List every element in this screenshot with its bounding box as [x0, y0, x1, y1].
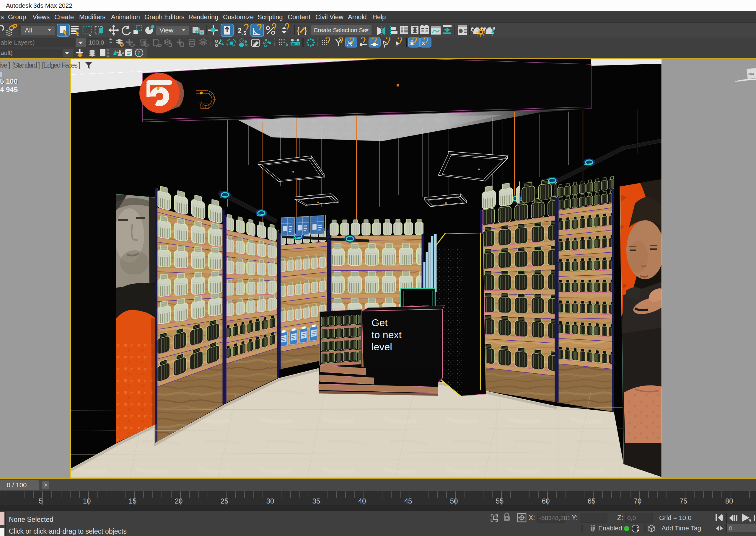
svg-text:80: 80 — [725, 497, 733, 505]
svg-text:?: ? — [137, 50, 141, 56]
svg-text:Z:: Z: — [617, 514, 623, 521]
svg-text:A: A — [285, 42, 289, 47]
svg-text:5 100: 5 100 — [0, 77, 18, 85]
svg-text:45: 45 — [404, 497, 412, 505]
svg-text:15: 15 — [129, 497, 137, 505]
svg-text:}: } — [304, 25, 307, 35]
svg-text:50: 50 — [450, 497, 458, 505]
svg-text:All: All — [25, 26, 32, 34]
svg-text:Get: Get — [371, 317, 388, 328]
svg-text:35: 35 — [312, 497, 321, 505]
svg-text:5: 5 — [39, 497, 43, 505]
svg-text:FRO: FRO — [748, 72, 754, 76]
svg-text:0,0: 0,0 — [627, 515, 636, 521]
svg-text:View: View — [159, 26, 173, 34]
svg-text:30: 30 — [266, 497, 274, 505]
svg-text:-58348,281: -58348,281 — [539, 515, 570, 521]
svg-text:75: 75 — [679, 497, 687, 505]
svg-text:{: { — [297, 25, 300, 35]
svg-text:25: 25 — [221, 497, 228, 505]
svg-text:ive ] [Standard ] [Edged Fac: ive ] [Standard ] [Edged Faces ] — [0, 61, 80, 69]
svg-text:Y:: Y: — [572, 514, 578, 521]
svg-text:Add Time Tag: Add Time Tag — [662, 524, 701, 532]
svg-text:60: 60 — [542, 497, 550, 505]
svg-text:X:: X: — [529, 514, 535, 521]
svg-text:0: 0 — [729, 525, 732, 532]
svg-text:2: 2 — [238, 27, 242, 35]
svg-text:Create Selection Set: Create Selection Set — [314, 27, 368, 33]
svg-text:.5: .5 — [242, 31, 246, 36]
svg-text:10: 10 — [83, 497, 91, 505]
svg-text:to next: to next — [371, 329, 402, 340]
svg-text:Enabled:: Enabled: — [598, 524, 624, 532]
svg-text:65: 65 — [588, 497, 596, 505]
svg-text:100,0: 100,0 — [88, 39, 104, 46]
svg-text:ault): ault) — [1, 49, 13, 56]
svg-text:1: 1 — [636, 526, 639, 532]
svg-text:55: 55 — [496, 497, 504, 505]
svg-text:able Layers): able Layers) — [1, 39, 35, 46]
svg-text:Grid = 10,0: Grid = 10,0 — [659, 514, 691, 521]
svg-text:40: 40 — [358, 497, 366, 505]
svg-text:X: X — [422, 41, 425, 46]
svg-text:4 945: 4 945 — [0, 85, 18, 93]
svg-text:level: level — [371, 341, 392, 352]
svg-text:70: 70 — [634, 497, 642, 505]
svg-text:20: 20 — [175, 497, 183, 505]
